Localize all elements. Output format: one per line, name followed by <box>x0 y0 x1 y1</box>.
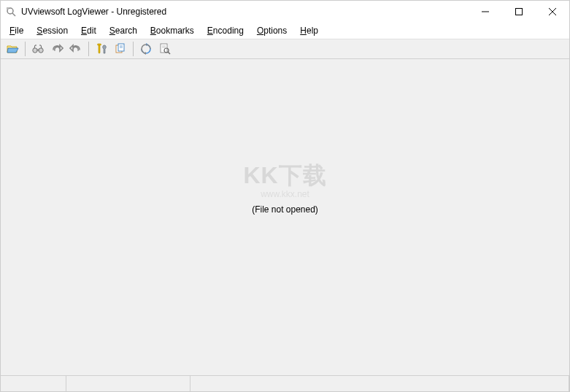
svg-rect-4 <box>516 9 523 15</box>
menu-file[interactable]: File <box>4 24 29 37</box>
copy-button[interactable] <box>112 40 129 58</box>
svg-line-22 <box>168 52 170 54</box>
tools-icon <box>95 42 108 55</box>
toolbar-separator <box>25 42 26 56</box>
status-bar <box>1 375 569 391</box>
refresh-button[interactable] <box>137 40 155 58</box>
window-title: UVviewsoft LogViewer - Unregistered <box>21 7 166 17</box>
content-area: KK下载 www.kkx.net (File not opened) <box>1 59 569 375</box>
file-status-message: (File not opened) <box>252 204 318 215</box>
menu-help[interactable]: Help <box>294 24 324 37</box>
svg-rect-2 <box>7 7 9 9</box>
binoculars-icon <box>31 42 45 55</box>
menu-encoding[interactable]: Encoding <box>201 24 250 37</box>
folder-open-icon <box>6 42 19 55</box>
window-controls <box>469 1 569 23</box>
menu-options[interactable]: Options <box>251 24 293 37</box>
tools-button[interactable] <box>93 40 110 58</box>
menu-bookmarks[interactable]: Bookmarks <box>145 24 200 37</box>
svg-rect-10 <box>99 45 100 53</box>
refresh-icon <box>139 42 153 55</box>
menu-session[interactable]: Session <box>31 24 74 37</box>
watermark-sub: www.kkx.net <box>243 189 326 199</box>
maximize-button[interactable] <box>502 1 536 23</box>
toolbar <box>1 39 569 59</box>
open-button[interactable] <box>4 40 21 58</box>
minimize-button[interactable] <box>469 1 502 23</box>
title-bar: UVviewsoft LogViewer - Unregistered <box>1 1 569 23</box>
watermark: KK下载 www.kkx.net <box>243 160 326 199</box>
undo-button[interactable] <box>67 40 85 58</box>
toolbar-separator <box>88 42 89 56</box>
status-pane-3 <box>190 376 569 391</box>
status-pane-2 <box>66 376 190 391</box>
close-button[interactable] <box>536 1 569 23</box>
find-in-file-button[interactable] <box>156 40 174 58</box>
status-pane-1 <box>1 376 66 391</box>
undo-arrow-icon <box>69 42 82 55</box>
find-button[interactable] <box>29 40 47 58</box>
redo-button[interactable] <box>48 40 66 58</box>
svg-line-1 <box>12 13 15 16</box>
toolbar-separator <box>133 42 134 56</box>
svg-rect-11 <box>98 44 101 45</box>
menu-bar: File Session Edit Search Bookmarks Encod… <box>1 23 569 39</box>
watermark-main: KK下载 <box>243 160 326 192</box>
documents-icon <box>114 42 127 55</box>
document-search-icon <box>158 42 172 55</box>
menu-edit[interactable]: Edit <box>75 24 102 37</box>
app-icon <box>5 6 17 18</box>
redo-arrow-icon <box>50 42 63 55</box>
svg-rect-9 <box>36 50 39 51</box>
menu-search[interactable]: Search <box>104 24 143 37</box>
